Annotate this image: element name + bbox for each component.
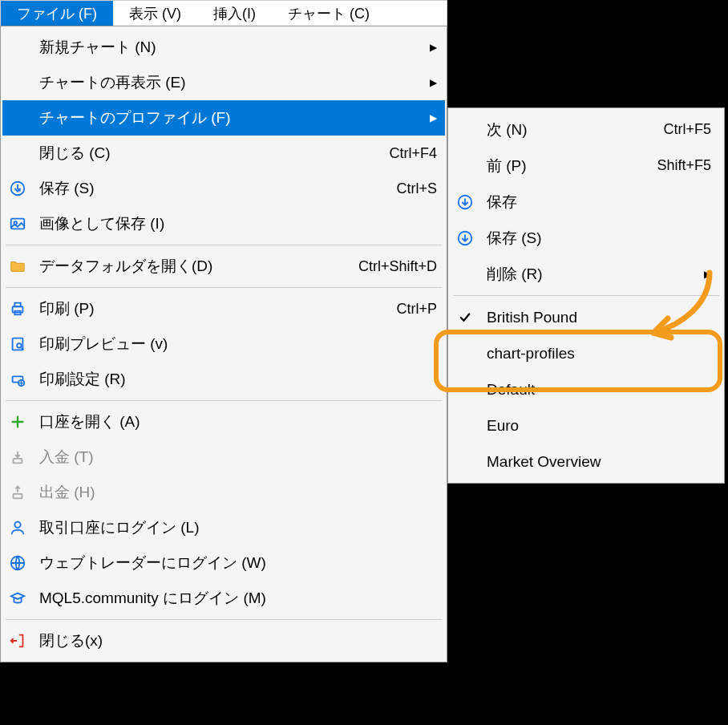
menu-label: 印刷設定 (R) (39, 369, 437, 390)
svg-rect-10 (14, 459, 22, 464)
menu-separator (6, 287, 442, 288)
blank-icon (455, 379, 475, 400)
deposit-icon (7, 447, 28, 468)
profile-euro[interactable]: Euro (450, 407, 722, 444)
blank-icon (455, 119, 475, 140)
profile-market-overview[interactable]: Market Overview (450, 444, 722, 480)
submenu-label: 保存 (S) (487, 228, 711, 249)
blank-icon (455, 264, 475, 285)
menu-label: 取引口座にログイン (L) (39, 517, 437, 538)
submenu-delete[interactable]: 削除 (R) ▶ (450, 256, 722, 292)
submenu-shortcut: Shift+F5 (657, 157, 711, 174)
profile-default[interactable]: Default (450, 371, 722, 407)
menu-label: データフォルダを開く(D) (39, 256, 342, 277)
submenu-arrow-icon: ▶ (429, 77, 437, 88)
menubar-insert[interactable]: 挿入(I) (197, 1, 272, 26)
save-icon (455, 192, 475, 213)
print-settings-icon (7, 369, 28, 390)
graduation-icon (7, 588, 28, 609)
menu-open-account[interactable]: 口座を開く (A) (2, 404, 445, 439)
print-preview-icon (7, 334, 28, 354)
save-as-icon (455, 228, 475, 249)
menu-label: チャートの再表示 (E) (39, 72, 421, 93)
image-icon (7, 213, 28, 234)
profile-chart-profiles[interactable]: chart-profiles (450, 335, 722, 371)
submenu-prev[interactable]: 前 (P) Shift+F5 (450, 148, 722, 184)
menu-login-trade[interactable]: 取引口座にログイン (L) (2, 510, 445, 545)
svg-rect-4 (14, 303, 20, 307)
menu-open-data-folder[interactable]: データフォルダを開く(D) Ctrl+Shift+D (2, 249, 445, 284)
submenu-arrow-icon: ▶ (429, 112, 437, 124)
menu-chart-profile[interactable]: チャートのプロファイル (F) ▶ (2, 100, 445, 136)
profile-name: Market Overview (487, 453, 711, 471)
menu-label: 印刷 (P) (39, 298, 380, 319)
menu-label: 閉じる (C) (39, 143, 373, 164)
menu-label: 入金 (T) (39, 447, 437, 468)
withdraw-icon (7, 482, 28, 503)
submenu-arrow-icon: ▶ (429, 42, 437, 53)
menu-new-chart[interactable]: 新規チャート (N) ▶ (2, 30, 445, 65)
submenu-save[interactable]: 保存 (450, 184, 722, 220)
blank-icon (455, 343, 475, 364)
svg-rect-11 (14, 494, 22, 499)
save-icon (7, 178, 28, 199)
submenu-label: 削除 (R) (487, 264, 698, 285)
submenu-save-as[interactable]: 保存 (S) (450, 220, 722, 256)
svg-point-12 (14, 522, 20, 528)
blank-icon (455, 156, 475, 176)
menu-login-web[interactable]: ウェブトレーダーにログイン (W) (2, 545, 445, 581)
menu-label: 新規チャート (N) (39, 37, 421, 58)
blank-icon (455, 452, 475, 472)
menu-shortcut: Ctrl+Shift+D (358, 258, 437, 275)
user-icon (7, 517, 28, 538)
svg-point-7 (17, 343, 22, 348)
menu-exit[interactable]: 閉じる(x) (2, 623, 445, 658)
menu-separator (453, 295, 719, 296)
menu-label: 閉じる(x) (39, 630, 437, 651)
menubar-file[interactable]: ファイル (F) (1, 1, 113, 26)
menu-shortcut: Ctrl+F4 (389, 145, 437, 162)
menu-redisplay-chart[interactable]: チャートの再表示 (E) ▶ (2, 65, 445, 100)
menu-label: MQL5.community にログイン (M) (39, 588, 437, 609)
menu-login-mql5[interactable]: MQL5.community にログイン (M) (2, 581, 445, 616)
menubar-chart[interactable]: チャート (C) (272, 1, 386, 26)
menu-separator (6, 245, 442, 245)
menu-label: 出金 (H) (39, 482, 437, 503)
profile-name: Euro (487, 417, 711, 435)
submenu-label: 次 (N) (487, 119, 655, 140)
printer-icon (7, 298, 28, 319)
check-icon (455, 307, 475, 328)
menubar: ファイル (F) 表示 (V) 挿入(I) チャート (C) (0, 0, 447, 26)
profile-name: chart-profiles (487, 345, 711, 362)
menubar-view[interactable]: 表示 (V) (113, 1, 197, 26)
chart-profile-submenu: 次 (N) Ctrl+F5 前 (P) Shift+F5 保存 保存 (S) 削… (447, 107, 725, 484)
submenu-label: 前 (P) (487, 156, 649, 176)
menu-label: ウェブトレーダーにログイン (W) (39, 553, 437, 573)
menu-shortcut: Ctrl+P (396, 301, 437, 318)
menu-print-settings[interactable]: 印刷設定 (R) (2, 362, 445, 397)
menu-withdraw: 出金 (H) (2, 475, 445, 510)
menu-label: 保存 (S) (39, 178, 380, 199)
submenu-shortcut: Ctrl+F5 (663, 121, 711, 138)
menu-print[interactable]: 印刷 (P) Ctrl+P (2, 291, 445, 326)
plus-icon (7, 411, 28, 432)
globe-icon (7, 553, 28, 573)
menu-print-preview[interactable]: 印刷プレビュー (v) (2, 326, 445, 362)
submenu-next[interactable]: 次 (N) Ctrl+F5 (450, 111, 722, 148)
menu-save[interactable]: 保存 (S) Ctrl+S (2, 171, 445, 206)
menu-label: 画像として保存 (I) (39, 213, 437, 234)
menu-close-chart[interactable]: 閉じる (C) Ctrl+F4 (2, 136, 445, 171)
menu-save-image[interactable]: 画像として保存 (I) (2, 206, 445, 241)
folder-icon (7, 256, 28, 277)
profile-british-pound[interactable]: British Pound (450, 299, 722, 335)
menu-shortcut: Ctrl+S (396, 180, 437, 197)
blank-icon (455, 415, 475, 436)
menu-label: チャートのプロファイル (F) (39, 107, 421, 128)
profile-name: British Pound (487, 309, 711, 326)
exit-icon (7, 630, 28, 651)
submenu-arrow-icon: ▶ (703, 269, 711, 280)
profile-name: Default (487, 381, 711, 399)
submenu-label: 保存 (487, 192, 711, 213)
menu-deposit: 入金 (T) (2, 439, 445, 475)
menu-label: 印刷プレビュー (v) (39, 334, 437, 354)
